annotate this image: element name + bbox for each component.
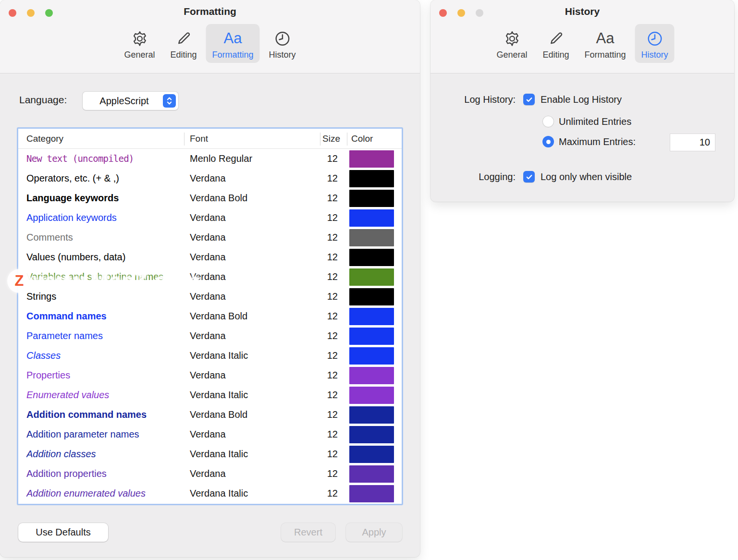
size-cell: 12 — [284, 365, 338, 385]
column-header-size[interactable]: Size — [322, 129, 340, 149]
tab-history[interactable]: History — [635, 24, 675, 63]
table-row[interactable]: PropertiesVerdana12 — [18, 365, 402, 385]
color-swatch[interactable] — [349, 446, 394, 463]
formatting-aa-icon: Aa — [224, 27, 242, 49]
color-swatch[interactable] — [349, 308, 394, 325]
up-down-chevrons-icon — [163, 94, 176, 108]
category-cell: Addition classes — [26, 444, 185, 464]
tab-editing-label: Editing — [170, 50, 197, 60]
formatting-window: Formatting General — [0, 0, 420, 557]
size-cell: 12 — [284, 405, 338, 425]
font-cell: Verdana — [190, 228, 226, 247]
format-table[interactable]: Category Font Size Color New text (uncom… — [17, 127, 403, 505]
color-swatch[interactable] — [349, 268, 394, 286]
color-swatch[interactable] — [349, 485, 394, 502]
column-header-color[interactable]: Color — [351, 129, 373, 149]
table-row[interactable]: Parameter namesVerdana12 — [18, 326, 402, 346]
column-divider — [347, 133, 347, 146]
table-row[interactable]: New text (uncompiled)Menlo Regular12 — [18, 149, 402, 169]
maximum-entries-radio[interactable] — [542, 136, 554, 147]
table-row[interactable]: Variables and subroutine namesVerdana12 — [18, 267, 402, 287]
titlebar: Formatting General — [0, 0, 420, 73]
tab-editing[interactable]: Editing — [536, 24, 575, 63]
tab-history[interactable]: History — [263, 24, 302, 63]
category-cell: Parameter names — [26, 326, 185, 346]
table-row[interactable]: Enumerated valuesVerdana Italic12 — [18, 385, 402, 405]
maximum-entries-field[interactable]: 10 — [670, 134, 715, 151]
table-row[interactable]: StringsVerdana12 — [18, 287, 402, 306]
table-row[interactable]: Application keywordsVerdana12 — [18, 208, 402, 228]
tab-formatting[interactable]: Aa Formatting — [206, 24, 260, 63]
category-cell: Addition enumerated values — [26, 484, 185, 503]
table-row[interactable]: Addition enumerated valuesVerdana Italic… — [18, 484, 402, 503]
table-row[interactable]: Command namesVerdana Bold12 — [18, 306, 402, 326]
column-header-font[interactable]: Font — [190, 129, 208, 149]
table-row[interactable]: ClassesVerdana Italic12 — [18, 346, 402, 365]
tab-editing[interactable]: Editing — [164, 24, 203, 63]
unlimited-entries-radio[interactable] — [542, 116, 554, 127]
color-swatch[interactable] — [349, 426, 394, 443]
column-header-category[interactable]: Category — [26, 129, 63, 149]
color-swatch[interactable] — [349, 170, 394, 187]
desktop: Formatting General — [0, 0, 738, 560]
tab-formatting[interactable]: Aa Formatting — [578, 24, 632, 63]
table-row[interactable]: Addition command namesVerdana Bold12 — [18, 405, 402, 425]
font-cell: Verdana — [190, 169, 226, 188]
font-cell: Verdana — [190, 208, 226, 228]
font-cell: Verdana — [190, 365, 226, 385]
enable-log-history-checkbox[interactable] — [523, 94, 535, 105]
color-swatch[interactable] — [349, 406, 394, 424]
category-cell: Variables and subroutine names — [26, 267, 185, 287]
table-row[interactable]: CommentsVerdana12 — [18, 228, 402, 247]
font-cell: Verdana — [190, 464, 226, 484]
tab-general[interactable]: General — [118, 24, 161, 63]
revert-button: Revert — [281, 523, 335, 542]
log-only-when-visible-checkbox[interactable] — [523, 171, 535, 183]
column-divider — [184, 133, 184, 146]
size-cell: 12 — [284, 149, 338, 169]
category-cell: Classes — [26, 346, 185, 365]
apply-button: Apply — [346, 523, 402, 542]
size-cell: 12 — [284, 306, 338, 326]
table-row[interactable]: Language keywordsVerdana Bold12 — [18, 188, 402, 208]
color-swatch[interactable] — [349, 229, 394, 246]
font-cell: Verdana Italic — [190, 385, 248, 405]
checkmark-icon — [526, 96, 533, 103]
color-swatch[interactable] — [349, 387, 394, 404]
category-cell: Values (numbers, data) — [26, 247, 185, 267]
use-defaults-button[interactable]: Use Defaults — [18, 523, 108, 542]
font-cell: Menlo Regular — [190, 149, 252, 169]
color-swatch[interactable] — [349, 209, 394, 227]
color-swatch[interactable] — [349, 288, 394, 305]
tab-general[interactable]: General — [490, 24, 533, 63]
window-title: Formatting — [0, 6, 420, 17]
history-window: History General — [430, 0, 734, 202]
color-swatch[interactable] — [349, 328, 394, 345]
color-swatch[interactable] — [349, 465, 394, 483]
language-popup[interactable]: AppleScript — [83, 92, 178, 110]
column-divider — [320, 133, 320, 146]
size-cell: 12 — [284, 346, 338, 365]
unlimited-entries-text: Unlimited Entries — [559, 116, 631, 127]
table-row[interactable]: Addition parameter namesVerdana12 — [18, 425, 402, 444]
size-cell: 12 — [284, 208, 338, 228]
tab-formatting-label: Formatting — [212, 50, 254, 60]
table-row[interactable]: Addition classesVerdana Italic12 — [18, 444, 402, 464]
table-row[interactable]: Operators, etc. (+ & ,)Verdana12 — [18, 169, 402, 188]
logging-label: Logging: — [430, 171, 516, 183]
color-swatch[interactable] — [349, 367, 394, 384]
color-swatch[interactable] — [349, 347, 394, 365]
window-title: History — [430, 6, 734, 17]
table-row[interactable]: Values (numbers, data)Verdana12 — [18, 247, 402, 267]
tab-history-label: History — [269, 50, 296, 60]
log-only-when-visible-text: Log only when visible — [541, 171, 632, 183]
size-cell: 12 — [284, 464, 338, 484]
font-cell: Verdana — [190, 247, 226, 267]
color-swatch[interactable] — [349, 190, 394, 207]
table-row[interactable]: Addition propertiesVerdana12 — [18, 464, 402, 484]
size-cell: 12 — [284, 425, 338, 444]
color-swatch[interactable] — [349, 249, 394, 266]
color-swatch[interactable] — [349, 150, 394, 168]
category-cell: Properties — [26, 365, 185, 385]
font-cell: Verdana Bold — [190, 188, 247, 208]
